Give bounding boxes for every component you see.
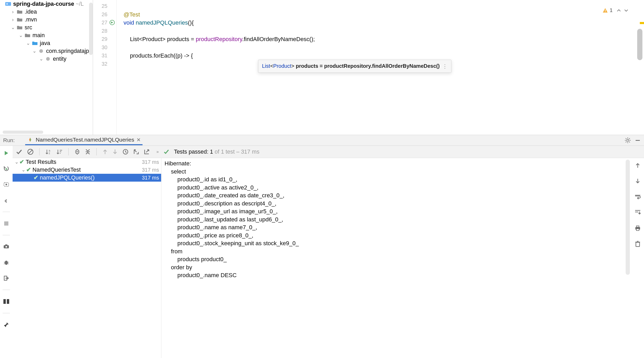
test-results-tree[interactable]: ⌄ ✔ Test Results 317 ms ⌄ ✔ NamedQueries… bbox=[13, 158, 161, 358]
separator bbox=[39, 148, 40, 155]
layout-button[interactable] bbox=[2, 297, 10, 306]
line-number: 31 bbox=[102, 53, 107, 58]
tree-item-label: main bbox=[32, 32, 45, 39]
exit-button[interactable] bbox=[2, 274, 10, 282]
test-tree-class[interactable]: ⌄ ✔ NamedQueriesTest 317 ms bbox=[13, 166, 161, 174]
tree-item[interactable]: ⌄com.springdatajp bbox=[0, 47, 93, 55]
test-duration: 317 ms bbox=[142, 167, 159, 173]
console-vscroll[interactable] bbox=[626, 160, 630, 275]
keyword: void bbox=[123, 19, 134, 26]
print-button[interactable] bbox=[634, 224, 642, 232]
soft-wrap-button[interactable] bbox=[634, 193, 642, 201]
svg-point-21 bbox=[6, 246, 7, 248]
project-tree[interactable]: spring-data-jpa-course ~/L ›.idea›.mvn⌄s… bbox=[0, 0, 93, 135]
svg-point-3 bbox=[46, 57, 50, 61]
line-number: 32 bbox=[102, 61, 107, 67]
chevron-right-icon[interactable]: › bbox=[10, 17, 15, 23]
test-tree-method[interactable]: ✔ namedJPQLQueries() 317 ms bbox=[13, 174, 161, 182]
svg-rect-44 bbox=[636, 226, 639, 227]
project-tree-vscroll[interactable] bbox=[89, 3, 93, 55]
tests-passed-label: Tests passed: 1 bbox=[174, 149, 213, 155]
editor-gutter[interactable]: 25 26 27 28 29 30 31 32 bbox=[93, 0, 117, 135]
editor-marker[interactable] bbox=[640, 22, 644, 24]
chevron-right-icon[interactable]: › bbox=[10, 9, 15, 15]
run-test-gutter-icon[interactable] bbox=[110, 20, 115, 25]
console-right-toolbar bbox=[631, 158, 644, 358]
chevron-down-icon[interactable]: ⌄ bbox=[39, 56, 43, 62]
sort-alpha-button[interactable]: az bbox=[45, 149, 52, 155]
svg-point-23 bbox=[5, 261, 8, 265]
show-passed-button[interactable] bbox=[16, 148, 23, 155]
svg-rect-29 bbox=[7, 299, 9, 304]
tree-root[interactable]: spring-data-jpa-course ~/L bbox=[0, 0, 93, 8]
minimize-icon[interactable] bbox=[635, 137, 641, 143]
svg-line-14 bbox=[629, 138, 630, 139]
chevron-down-icon[interactable]: ⌄ bbox=[18, 32, 23, 38]
tree-item[interactable]: ›.mvn bbox=[0, 16, 93, 24]
svg-text:z: z bbox=[49, 152, 50, 155]
test-filter-bar: az » bbox=[13, 146, 644, 158]
hint-type: Product bbox=[273, 63, 291, 69]
export-tests-button[interactable] bbox=[144, 149, 150, 155]
expand-all-button[interactable] bbox=[74, 149, 80, 155]
down-button[interactable] bbox=[634, 177, 642, 185]
svg-rect-45 bbox=[636, 229, 639, 231]
rerun-button[interactable] bbox=[2, 149, 10, 157]
project-tree-hscroll[interactable] bbox=[3, 131, 43, 134]
more-icon[interactable]: ⋮ bbox=[442, 65, 447, 67]
run-tab[interactable]: NamedQueriesTest.namedJPQLQueries bbox=[25, 135, 143, 145]
chevron-down-icon[interactable]: ⌄ bbox=[15, 159, 19, 165]
chevron-up-icon[interactable] bbox=[617, 8, 621, 13]
code-text: .findAllOrderByNameDesc(); bbox=[242, 36, 315, 42]
tree-item[interactable]: ⌄main bbox=[0, 31, 93, 39]
stop-process-button[interactable] bbox=[2, 219, 10, 228]
close-icon[interactable] bbox=[137, 138, 140, 142]
svg-point-7 bbox=[627, 139, 629, 141]
code-text: (){ bbox=[188, 19, 194, 26]
chevron-down-icon[interactable]: ⌄ bbox=[10, 25, 15, 30]
next-failed-button[interactable] bbox=[112, 149, 118, 155]
chevron-down-icon[interactable]: ⌄ bbox=[32, 48, 37, 54]
rerun-failed-button[interactable] bbox=[2, 165, 10, 173]
line-number: 27 bbox=[102, 20, 107, 25]
scroll-to-end-button[interactable] bbox=[634, 208, 642, 217]
svg-line-24 bbox=[4, 262, 5, 262]
more-icon[interactable]: » bbox=[156, 149, 159, 154]
separator bbox=[96, 148, 97, 155]
chevron-down-icon[interactable] bbox=[624, 8, 628, 13]
chevron-down-icon[interactable]: ⌄ bbox=[26, 40, 30, 46]
test-history-button[interactable] bbox=[122, 149, 129, 155]
gear-icon[interactable] bbox=[625, 137, 631, 143]
code-editor[interactable]: 25 26 27 28 29 30 31 32 @Test void named… bbox=[93, 0, 644, 135]
import-tests-button[interactable] bbox=[133, 149, 139, 155]
prev-failed-button[interactable] bbox=[102, 149, 108, 155]
chevron-down-icon[interactable]: ⌄ bbox=[21, 167, 26, 173]
console-output[interactable]: Hibernate: select product0_.id as id1_0_… bbox=[161, 158, 631, 358]
tree-item[interactable]: ⌄entity bbox=[0, 55, 93, 63]
toggle-auto-test-button[interactable] bbox=[2, 180, 10, 189]
editor-inspection-widget[interactable]: 1 bbox=[602, 6, 628, 15]
line-number: 26 bbox=[102, 12, 107, 17]
tree-item[interactable]: ⌄src bbox=[0, 24, 93, 31]
stop-button[interactable] bbox=[2, 196, 10, 204]
svg-rect-22 bbox=[5, 244, 7, 245]
collapse-all-button[interactable] bbox=[85, 149, 91, 155]
sort-duration-button[interactable] bbox=[56, 149, 63, 155]
clear-button[interactable] bbox=[634, 240, 642, 248]
parameter-hint-tooltip: List<Product> products = productReposito… bbox=[258, 60, 451, 73]
up-button[interactable] bbox=[634, 161, 642, 170]
pin-button[interactable] bbox=[2, 321, 10, 329]
show-ignored-button[interactable] bbox=[27, 149, 34, 155]
debug-button[interactable] bbox=[2, 258, 10, 267]
line-number: 28 bbox=[102, 28, 107, 34]
editor-vscroll[interactable] bbox=[637, 29, 642, 60]
dump-button[interactable] bbox=[2, 243, 10, 251]
tree-item[interactable]: ⌄java bbox=[0, 39, 93, 47]
status-check-icon bbox=[163, 149, 169, 155]
pass-icon: ✔ bbox=[26, 166, 31, 173]
svg-point-2 bbox=[39, 49, 43, 53]
pass-icon: ✔ bbox=[19, 159, 24, 165]
tree-item[interactable]: ›.idea bbox=[0, 8, 93, 16]
folder-icon bbox=[25, 33, 31, 38]
test-tree-root[interactable]: ⌄ ✔ Test Results 317 ms bbox=[13, 158, 161, 166]
